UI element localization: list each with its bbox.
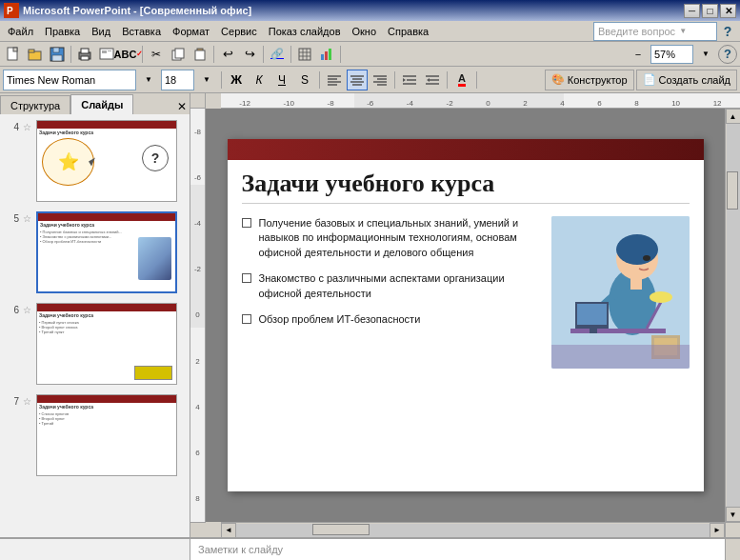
scroll-down-button[interactable]: ▼	[726, 507, 741, 522]
title-bar-buttons: ─ □ ✕	[684, 4, 736, 18]
fmt-sep1	[221, 71, 222, 89]
menu-help[interactable]: Справка	[382, 24, 434, 39]
svg-rect-58	[570, 329, 666, 333]
slide-title[interactable]: Задачи учебного курса	[228, 160, 704, 203]
hyperlink-button[interactable]: 🔗	[267, 44, 288, 65]
fmt-sep5	[476, 71, 477, 89]
font-color-button[interactable]: A	[451, 70, 472, 90]
slide-preview-5[interactable]: Задачи учебного курса • Получение базовы…	[36, 211, 177, 293]
slide-area: Задачи учебного курса Получение базовых …	[206, 109, 725, 522]
help-icon-button[interactable]: ?	[717, 21, 738, 42]
align-left-button[interactable]	[324, 70, 345, 90]
zoom-out-button[interactable]: −	[628, 44, 649, 65]
table-button[interactable]	[294, 44, 315, 65]
menu-service[interactable]: Сервис	[215, 24, 263, 39]
paste-button[interactable]	[190, 44, 210, 65]
help-search-input[interactable]: Введите вопрос ▼	[593, 22, 717, 41]
sep6	[340, 46, 341, 63]
redo-button[interactable]: ↪	[239, 44, 260, 65]
slide-preview-7[interactable]: Задачи учебного курса • Список пунктов• …	[36, 394, 177, 476]
slide-panel: Структура Слайды ✕ 4 ☆ Задачи учебного к…	[0, 93, 190, 537]
title-bar: P Microsoft PowerPoint - [Современный оф…	[0, 0, 740, 21]
vertical-ruler: -8-6-4-202468	[190, 109, 206, 522]
cut-button[interactable]: ✂	[146, 44, 167, 65]
slide-thumb-6[interactable]: 6 ☆ Задачи учебного курса • Первый пункт…	[4, 301, 186, 387]
slide-thumb-5[interactable]: 5 ☆ Задачи учебного курса • Получение ба…	[4, 210, 186, 295]
maximize-button[interactable]: □	[702, 4, 718, 18]
menu-edit[interactable]: Правка	[39, 24, 86, 39]
font-size-dropdown[interactable]: ▼	[196, 70, 217, 90]
menu-format[interactable]: Формат	[167, 24, 215, 39]
help-q-button[interactable]: ?	[718, 45, 737, 64]
title-bar-text: Microsoft PowerPoint - [Современный офис…	[23, 5, 684, 16]
notes-placeholder: Заметки к слайду	[198, 544, 283, 555]
konstruktor-button[interactable]: 🎨 Конструктор	[545, 70, 634, 90]
close-button[interactable]: ✕	[720, 4, 736, 18]
scroll-track-h[interactable]	[236, 524, 710, 537]
spellcheck-button[interactable]: ABC✓	[118, 44, 139, 65]
slide-preview-4[interactable]: Задачи учебного курса ⭐ ?	[36, 120, 177, 202]
scroll-thumb-v[interactable]	[727, 171, 738, 210]
horizontal-ruler: -12-10-8-6-4-2024681012	[221, 93, 740, 109]
menu-file[interactable]: Файл	[2, 24, 39, 39]
scroll-thumb-h[interactable]	[312, 524, 370, 535]
menu-view[interactable]: Вид	[86, 24, 116, 39]
panel-tabs-row: Структура Слайды ✕	[0, 93, 190, 114]
new-button[interactable]	[3, 44, 24, 65]
fmt-sep3	[394, 71, 395, 89]
align-right-button[interactable]	[370, 70, 390, 90]
scroll-left-button[interactable]: ◄	[221, 523, 236, 538]
menu-bar: Файл Правка Вид Вставка Формат Сервис По…	[0, 21, 740, 42]
main-slide[interactable]: Задачи учебного курса Получение базовых …	[228, 139, 704, 491]
bullet-item-3: Обзор проблем ИТ-безопасности	[242, 312, 542, 327]
menu-slideshow[interactable]: Показ слайдов	[263, 24, 347, 39]
zoom-input[interactable]	[650, 45, 693, 64]
notes-row: Заметки к слайду	[0, 537, 740, 560]
tab-structure[interactable]: Структура	[0, 95, 70, 114]
minimize-button[interactable]: ─	[684, 4, 700, 18]
sep2	[142, 46, 143, 63]
svg-rect-12	[100, 49, 113, 59]
slide-illustration	[551, 216, 690, 369]
scroll-track-v[interactable]	[727, 124, 740, 507]
scroll-up-button[interactable]: ▲	[726, 109, 741, 124]
slide-thumb-4[interactable]: 4 ☆ Задачи учебного курса ⭐ ?	[4, 118, 186, 204]
help-dropdown-icon[interactable]: ▼	[679, 27, 687, 35]
konstruktor-icon: 🎨	[551, 73, 565, 86]
decrease-indent-button[interactable]	[422, 70, 443, 90]
slide-preview-6[interactable]: Задачи учебного курса • Первый пункт спи…	[36, 303, 177, 385]
panel-close-button[interactable]: ✕	[174, 99, 190, 114]
fmt-sep4	[447, 71, 448, 89]
print-button[interactable]	[74, 44, 95, 65]
scroll-right-button[interactable]: ►	[710, 523, 725, 538]
svg-marker-42	[403, 78, 406, 82]
sozdat-slide-button[interactable]: 📄 Создать слайд	[636, 70, 737, 90]
slide-star-6: ☆	[23, 303, 34, 315]
svg-rect-18	[195, 50, 205, 60]
menu-window[interactable]: Окно	[347, 24, 383, 39]
increase-indent-button[interactable]	[399, 70, 420, 90]
slide-star-5: ☆	[23, 211, 34, 224]
slide-thumb-7[interactable]: 7 ☆ Задачи учебного курса • Список пункт…	[4, 392, 186, 478]
app-icon: P	[4, 3, 19, 18]
copy-button[interactable]	[168, 44, 189, 65]
font-name-dropdown[interactable]: ▼	[138, 70, 159, 90]
illus-bg	[551, 216, 690, 369]
notes-area[interactable]: Заметки к слайду	[190, 538, 725, 560]
svg-rect-54	[630, 275, 642, 290]
menu-insert[interactable]: Вставка	[116, 24, 167, 39]
chart-button[interactable]	[316, 44, 337, 65]
open-button[interactable]	[25, 44, 46, 65]
underline-button[interactable]: Ч	[271, 70, 292, 90]
zoom-dropdown[interactable]: ▼	[695, 44, 716, 65]
undo-button[interactable]: ↩	[217, 44, 238, 65]
tab-slides[interactable]: Слайды	[70, 94, 133, 114]
align-center-button[interactable]	[347, 70, 368, 90]
strikethrough-button[interactable]: S	[294, 70, 315, 90]
font-size-input[interactable]	[161, 70, 194, 90]
save-button[interactable]	[47, 44, 68, 65]
bold-button[interactable]: Ж	[226, 70, 247, 90]
italic-button[interactable]: К	[249, 70, 270, 90]
font-name-input[interactable]	[3, 70, 136, 90]
slide-star-7: ☆	[23, 394, 34, 407]
